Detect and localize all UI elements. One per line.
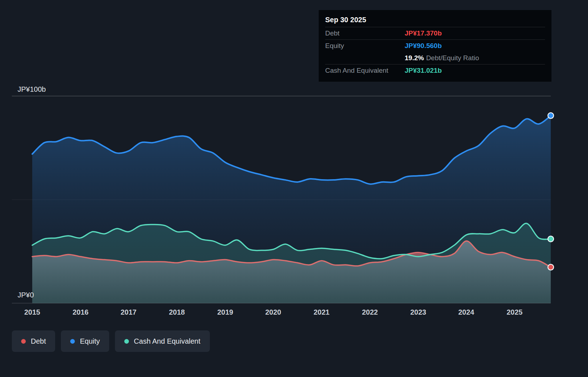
tooltip-panel: Sep 30 2025 Debt JP¥17.370b Equity JP¥90… [319, 10, 551, 82]
tooltip-ratio-value: 19.2% [405, 54, 424, 62]
tooltip-row-equity: Equity JP¥90.560b [325, 39, 545, 52]
tooltip-equity-label: Equity [325, 42, 405, 50]
tooltip-cash-value: JP¥31.021b [405, 67, 442, 75]
tooltip-date: Sep 30 2025 [325, 14, 545, 27]
tooltip-cash-label: Cash And Equivalent [325, 67, 405, 75]
x-axis-label-2024: 2024 [450, 308, 482, 316]
legend-item-equity[interactable]: Equity [61, 330, 109, 352]
debt-endpoint-marker[interactable] [548, 264, 554, 270]
tooltip-ratio: 19.2%Debt/Equity Ratio [405, 54, 479, 62]
x-axis-label-2018: 2018 [161, 308, 193, 316]
x-axis-label-2020: 2020 [257, 308, 289, 316]
equity-dot-icon [70, 339, 75, 344]
tooltip-debt-label: Debt [325, 29, 405, 37]
tooltip-row-debt: Debt JP¥17.370b [325, 27, 545, 39]
tooltip-row-ratio: 19.2%Debt/Equity Ratio [325, 52, 545, 64]
x-axis-label-2021: 2021 [305, 308, 338, 316]
tooltip-row-cash: Cash And Equivalent JP¥31.021b [325, 64, 545, 77]
tooltip-debt-value: JP¥17.370b [405, 29, 442, 37]
legend-item-cash[interactable]: Cash And Equivalent [115, 330, 210, 352]
x-axis-label-2019: 2019 [209, 308, 241, 316]
x-axis-label-2016: 2016 [64, 308, 97, 316]
tooltip-ratio-label: Debt/Equity Ratio [426, 54, 479, 62]
equity-endpoint-marker[interactable] [548, 113, 554, 119]
x-axis-label-2025: 2025 [498, 308, 531, 316]
y-axis-label-0: JP¥0 [18, 291, 34, 299]
x-axis-label-2015: 2015 [16, 308, 48, 316]
x-axis-label-2023: 2023 [402, 308, 434, 316]
cash-dot-icon [124, 339, 129, 344]
tooltip-equity-value: JP¥90.560b [405, 42, 442, 50]
chart-page: { "tooltip": { "title": "Sep 30 2025", "… [0, 0, 588, 377]
x-axis-label-2017: 2017 [112, 308, 145, 316]
cash-endpoint-marker[interactable] [548, 236, 554, 242]
y-axis-label-100b: JP¥100b [18, 85, 46, 94]
legend-cash-label: Cash And Equivalent [134, 337, 201, 345]
legend-debt-label: Debt [31, 337, 46, 345]
legend-equity-label: Equity [80, 337, 100, 345]
x-axis-label-2022: 2022 [354, 308, 386, 316]
legend-item-debt[interactable]: Debt [12, 330, 55, 352]
legend: Debt Equity Cash And Equivalent [12, 330, 210, 352]
debt-dot-icon [21, 339, 26, 344]
